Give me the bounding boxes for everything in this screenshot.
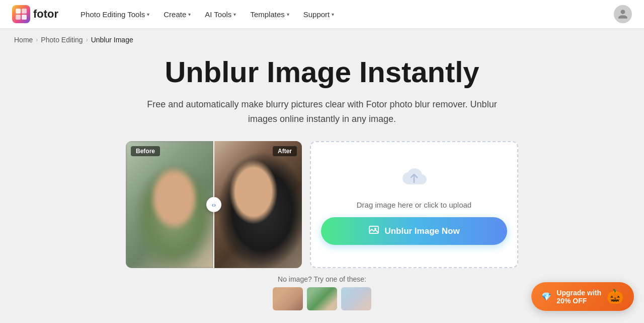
diamond-icon: 💎 xyxy=(541,292,551,301)
unblur-button-icon xyxy=(368,224,379,238)
svg-rect-0 xyxy=(16,9,21,14)
svg-rect-1 xyxy=(22,9,27,14)
logo-text: fotor xyxy=(33,8,58,21)
svg-rect-2 xyxy=(16,15,21,20)
upload-text: Drag image here or click to upload xyxy=(357,201,471,209)
upgrade-text: Upgrade with20% OFF xyxy=(556,289,601,305)
breadcrumb: Home › Photo Editing › Unblur Image xyxy=(0,29,644,51)
nav-item-templates[interactable]: Templates ▾ xyxy=(244,6,295,23)
navbar: fotor Photo Editing Tools ▾ Create ▾ AI … xyxy=(0,0,644,29)
logo[interactable]: fotor xyxy=(12,5,58,23)
nav-label-create: Create xyxy=(164,10,186,19)
nav-item-photo-editing-tools[interactable]: Photo Editing Tools ▾ xyxy=(74,6,155,23)
chevron-down-icon: ▾ xyxy=(188,12,191,17)
chevron-down-icon: ▾ xyxy=(147,12,149,17)
unblur-button[interactable]: Unblur Image Now xyxy=(321,217,507,245)
chevron-down-icon: ▾ xyxy=(287,12,289,17)
nav-label-support: Support xyxy=(303,10,330,19)
upgrade-banner[interactable]: 💎 Upgrade with20% OFF 🎃 xyxy=(531,282,634,311)
nav-item-ai-tools[interactable]: AI Tools ▾ xyxy=(199,6,242,23)
after-label: After xyxy=(273,146,297,156)
unblur-button-label: Unblur Image Now xyxy=(384,226,459,236)
upload-cloud-icon xyxy=(400,164,428,192)
nav-label-templates: Templates xyxy=(250,10,284,19)
chevron-down-icon: ▾ xyxy=(332,12,334,17)
breadcrumb-current: Unblur Image xyxy=(91,36,133,44)
breadcrumb-home[interactable]: Home xyxy=(14,36,33,44)
sample-thumb-1[interactable] xyxy=(273,287,303,310)
nav-label-photo-editing-tools: Photo Editing Tools xyxy=(80,10,145,19)
upload-area[interactable]: Drag image here or click to upload Unblu… xyxy=(310,141,518,268)
sample-thumb-2[interactable] xyxy=(307,287,337,310)
nav-item-support[interactable]: Support ▾ xyxy=(297,6,341,23)
samples-thumbs xyxy=(273,287,371,310)
hero-subtitle: Free and automatically make blurry pictu… xyxy=(146,97,498,126)
nav-item-create[interactable]: Create ▾ xyxy=(157,6,197,23)
after-face-overlay xyxy=(214,141,302,268)
logo-icon xyxy=(12,5,30,23)
nav-items: Photo Editing Tools ▾ Create ▾ AI Tools … xyxy=(74,6,614,23)
samples-row: No image? Try one of these: xyxy=(273,275,371,310)
before-face-overlay xyxy=(126,141,214,268)
sample-thumb-3[interactable] xyxy=(341,287,371,310)
slider-handle[interactable]: ‹› xyxy=(206,197,221,212)
pumpkin-icon: 🎃 xyxy=(606,288,624,305)
tool-area: Before After ‹› Drag image here or click… xyxy=(126,141,518,268)
chevron-down-icon: ▾ xyxy=(233,12,236,17)
before-after-demo: Before After ‹› xyxy=(126,141,302,268)
samples-label: No image? Try one of these: xyxy=(278,275,366,283)
breadcrumb-photo-editing[interactable]: Photo Editing xyxy=(41,36,83,44)
breadcrumb-separator-1: › xyxy=(36,36,38,43)
svg-rect-4 xyxy=(369,226,378,233)
nav-label-ai-tools: AI Tools xyxy=(205,10,231,19)
breadcrumb-separator-2: › xyxy=(86,36,88,43)
main-content: Unblur Image Instantly Free and automati… xyxy=(0,51,644,320)
user-avatar[interactable] xyxy=(614,5,632,23)
svg-rect-3 xyxy=(22,15,27,20)
page-title: Unblur Image Instantly xyxy=(165,56,479,88)
before-label: Before xyxy=(131,146,160,156)
